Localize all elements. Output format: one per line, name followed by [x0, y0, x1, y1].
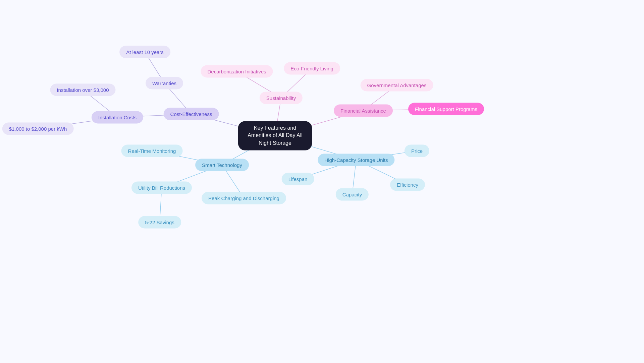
connections-svg	[0, 0, 644, 363]
node-governmental-advantages: Governmental Advantages	[361, 79, 433, 92]
mindmap-container: Key Features and Amenities of All Day Al…	[0, 0, 644, 363]
node-at-least-10-years: At least 10 years	[119, 46, 170, 58]
node-high-capacity: High-Capacity Storage Units	[318, 154, 394, 166]
node-5-22-savings: 5-22 Savings	[138, 216, 181, 229]
node-utility-bill-reductions: Utility Bill Reductions	[131, 182, 192, 194]
node-capacity: Capacity	[336, 188, 369, 201]
node-financial-assistance: Financial Assistance	[334, 105, 393, 117]
node-warranties: Warranties	[146, 77, 183, 89]
node-lifespan: Lifespan	[282, 173, 314, 185]
node-real-time-monitoring: Real-Time Monitoring	[121, 145, 183, 157]
node-installation-over: Installation over $3,000	[50, 84, 115, 96]
node-financial-support-programs: Financial Support Programs	[408, 103, 484, 115]
node-price: Price	[405, 145, 429, 157]
node-installation-costs: Installation Costs	[92, 111, 143, 124]
node-smart-technology: Smart Technology	[195, 159, 249, 171]
node-peak-charging: Peak Charging and Discharging	[202, 192, 286, 204]
node-cost-effectiveness: Cost-Effectiveness	[164, 108, 219, 120]
center-node: Key Features and Amenities of All Day Al…	[238, 121, 312, 150]
node-1000-2000: $1,000 to $2,000 per kWh	[2, 123, 74, 135]
node-decarbonization: Decarbonization Initiatives	[201, 65, 273, 78]
node-sustainability: Sustainability	[260, 92, 303, 104]
node-efficiency: Efficiency	[390, 179, 425, 191]
node-eco-friendly: Eco-Friendly Living	[284, 62, 340, 75]
